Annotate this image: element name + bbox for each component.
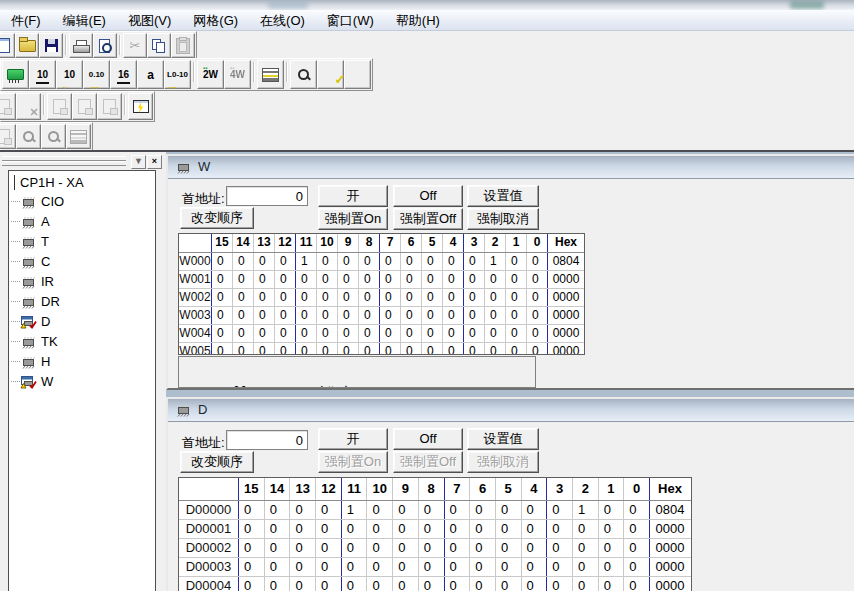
bit-cell[interactable]: 0 xyxy=(289,501,315,519)
bit-cell[interactable]: 0 xyxy=(400,289,421,306)
hex-cell[interactable]: 0000 xyxy=(547,307,584,324)
bit-cell[interactable]: 0 xyxy=(463,325,484,342)
bit-cell[interactable]: 0 xyxy=(546,501,572,519)
doc-button[interactable] xyxy=(0,93,16,120)
bit-cell[interactable]: 0 xyxy=(316,271,337,288)
bit-cell[interactable]: 0 xyxy=(505,325,526,342)
bit-cell[interactable]: 0 xyxy=(463,271,484,288)
hex-cell[interactable]: 0804 xyxy=(649,501,690,519)
bit-cell[interactable]: 0 xyxy=(392,577,418,591)
w-force-on-button[interactable]: 强制置On xyxy=(318,208,388,230)
bit-cell[interactable]: 0 xyxy=(421,271,442,288)
bit-cell[interactable]: 0 xyxy=(495,501,521,519)
dock-menu-button[interactable]: ▼ xyxy=(131,155,146,169)
bit-cell[interactable]: 0 xyxy=(232,343,253,355)
bit-cell[interactable]: 0 xyxy=(341,520,367,538)
bit-cell[interactable]: 0 xyxy=(253,289,274,306)
w-change-order-button[interactable]: 改变顺序 xyxy=(180,207,254,229)
bit-cell[interactable]: 0 xyxy=(469,558,495,576)
bit-cell[interactable]: 0 xyxy=(341,558,367,576)
bit-cell[interactable]: 0 xyxy=(484,289,505,306)
float-button[interactable]: 0.10 xyxy=(83,60,110,89)
bit-cell[interactable]: 0 xyxy=(316,289,337,306)
bit-cell[interactable]: 0 xyxy=(463,289,484,306)
bit-cell[interactable]: 0 xyxy=(366,577,392,591)
bit-cell[interactable]: 0 xyxy=(379,325,400,342)
copy-button[interactable] xyxy=(147,33,171,58)
bit-cell[interactable]: 0 xyxy=(546,539,572,557)
bit-cell[interactable]: 0 xyxy=(379,289,400,306)
save-button[interactable] xyxy=(39,33,63,58)
bit-cell[interactable]: 0 xyxy=(358,343,379,355)
menu-item-4[interactable]: 在线(O) xyxy=(249,10,316,30)
bit-cell[interactable]: 0 xyxy=(232,325,253,342)
tree-item-d[interactable]: D xyxy=(9,312,155,332)
bit-cell[interactable]: 0 xyxy=(526,271,547,288)
bit-cell[interactable]: 1 xyxy=(484,253,505,270)
bit-cell[interactable]: 0 xyxy=(444,501,470,519)
bit-cell[interactable]: 0 xyxy=(337,271,358,288)
bit-cell[interactable]: 0 xyxy=(469,577,495,591)
bit-cell[interactable]: 0 xyxy=(295,343,316,355)
paste-button[interactable] xyxy=(171,33,195,58)
w-on-button[interactable]: 开 xyxy=(318,185,388,207)
word-2w-button[interactable]: 2W xyxy=(197,60,224,89)
bit-cell[interactable]: 0 xyxy=(211,325,232,342)
menu-item-2[interactable]: 视图(V) xyxy=(117,10,182,30)
bit-cell[interactable]: 0 xyxy=(295,307,316,324)
bit-cell[interactable]: 0 xyxy=(295,325,316,342)
bit-cell[interactable]: 0 xyxy=(316,253,337,270)
tree-item-ir[interactable]: IR xyxy=(9,272,155,292)
bit-cell[interactable]: 0 xyxy=(444,539,470,557)
bit-cell[interactable]: 0 xyxy=(315,539,341,557)
bit-cell[interactable]: 0 xyxy=(400,271,421,288)
bit-cell[interactable]: 0 xyxy=(274,307,295,324)
print-preview-button[interactable] xyxy=(93,33,117,58)
tree-item-a[interactable]: A xyxy=(9,212,155,232)
monitor-online-button[interactable] xyxy=(128,93,153,120)
bit-cell[interactable]: 0 xyxy=(572,577,598,591)
menu-item-3[interactable]: 网格(G) xyxy=(182,10,249,30)
bit-cell[interactable]: 0 xyxy=(264,539,290,557)
w-address-input[interactable] xyxy=(226,186,308,206)
grid-view-button[interactable] xyxy=(257,60,284,89)
bit-cell[interactable]: 0 xyxy=(505,253,526,270)
hex-cell[interactable]: 0000 xyxy=(547,289,584,306)
bit-cell[interactable]: 0 xyxy=(392,501,418,519)
w-force-off-button[interactable]: 强制置Off xyxy=(393,208,463,230)
tree-item-cio[interactable]: CIO xyxy=(9,192,155,212)
new-file-button[interactable] xyxy=(0,33,15,58)
bit-cell[interactable]: 0 xyxy=(253,271,274,288)
bit-cell[interactable]: 0 xyxy=(392,539,418,557)
bit-cell[interactable]: 0 xyxy=(232,271,253,288)
bit-cell[interactable]: 0 xyxy=(526,343,547,355)
plc-memory-button[interactable] xyxy=(2,60,29,89)
bit-cell[interactable]: 0 xyxy=(274,289,295,306)
bit-cell[interactable]: 0 xyxy=(505,343,526,355)
bit-cell[interactable]: 0 xyxy=(495,539,521,557)
bit-cell[interactable]: 0 xyxy=(598,558,624,576)
bit-cell[interactable]: 0 xyxy=(418,577,444,591)
bit-cell[interactable]: 0 xyxy=(232,253,253,270)
d-force-cancel-button[interactable]: 强制取消 xyxy=(467,451,539,473)
bit-cell[interactable]: 0 xyxy=(418,558,444,576)
bit-cell[interactable]: 0 xyxy=(400,307,421,324)
bit-cell[interactable]: 0 xyxy=(421,307,442,324)
tree-item-c[interactable]: C xyxy=(9,252,155,272)
bit-cell[interactable]: 0 xyxy=(289,539,315,557)
menu-item-0[interactable]: 件(F) xyxy=(0,10,52,30)
bit-cell[interactable]: 0 xyxy=(289,520,315,538)
binary-monitor-button[interactable] xyxy=(66,124,91,149)
bit-cell[interactable]: 0 xyxy=(442,289,463,306)
bit-cell[interactable]: 0 xyxy=(495,577,521,591)
bit-cell[interactable]: 0 xyxy=(358,289,379,306)
bit-cell[interactable]: 0 xyxy=(400,325,421,342)
bit-cell[interactable]: 0 xyxy=(484,325,505,342)
bit-cell[interactable]: 0 xyxy=(366,501,392,519)
bit-cell[interactable]: 0 xyxy=(521,501,547,519)
bit-cell[interactable]: 0 xyxy=(598,520,624,538)
bit-cell[interactable]: 0 xyxy=(469,539,495,557)
zoom-fit-button[interactable] xyxy=(317,60,344,89)
d-off-button[interactable]: Off xyxy=(393,428,463,450)
bit-cell[interactable]: 0 xyxy=(418,520,444,538)
